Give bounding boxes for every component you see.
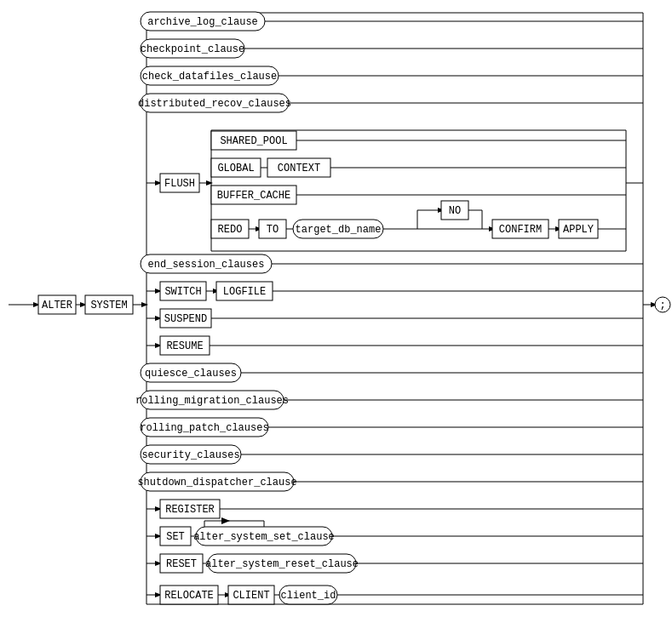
distributed-recov-label: distributed_recov_clauses [138,98,291,110]
context-label: CONTEXT [278,163,320,174]
client-label: CLIENT [233,590,269,602]
flush-label: FLUSH [164,178,195,190]
reset-label: RESET [166,558,197,570]
check-datafiles-label: check_datafiles_clause [142,71,277,83]
apply-label: APPLY [563,224,594,236]
switch-label: SWITCH [164,286,201,298]
quiesce-label: quiesce_clauses [145,368,237,380]
set-label: SET [166,531,185,543]
relocate-label: RELOCATE [164,590,214,602]
shared-pool-label: SHARED_POOL [220,135,287,147]
client-id-label: client_id [281,590,336,602]
shutdown-dispatcher-label: shutdown_dispatcher_clause [137,477,296,488]
no-label: NO [449,205,461,217]
system-label: SYSTEM [90,300,127,311]
suspend-label: SUSPEND [164,313,207,325]
alter-system-reset-label: alter_system_reset_clause [205,558,359,570]
register-label: REGISTER [165,504,215,516]
target-db-name-label: target_db_name [296,224,382,236]
logfile-label: LOGFILE [223,286,266,298]
resume-label: RESUME [166,340,203,352]
global-label: GLOBAL [217,163,254,174]
security-label: security_clauses [141,449,239,461]
confirm-label: CONFIRM [499,224,542,236]
to-label: TO [267,224,279,236]
rolling-patch-label: rolling_patch_clauses [140,422,268,434]
alter-system-set-label: alter_system_set_clause [193,531,335,543]
buffer-cache-label: BUFFER_CACHE [217,190,290,202]
rolling-migration-label: rolling_migration_clauses [135,395,289,407]
alter-label: ALTER [42,300,72,311]
checkpoint-label: checkpoint_clause [141,43,244,55]
semicolon-label: ; [659,300,665,311]
redo-label: REDO [218,224,243,236]
archive-log-label: archive_log_clause [147,16,258,28]
end-session-label: end_session_clauses [148,259,265,271]
svg-marker-102 [221,517,230,524]
